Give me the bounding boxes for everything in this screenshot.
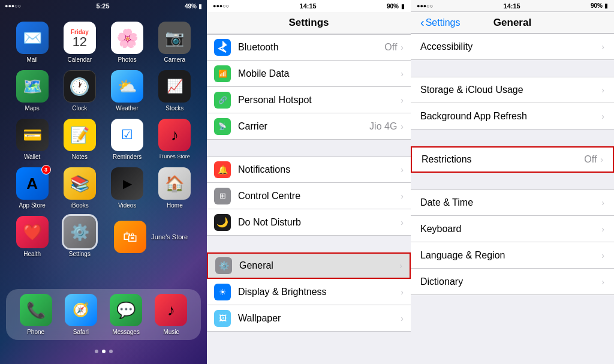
back-button[interactable]: ‹ Settings (420, 16, 460, 29)
settings-icon: ⚙️ (64, 216, 96, 248)
app-photos-label: Photos (118, 56, 137, 63)
background-refresh-label: Background App Refresh (420, 111, 601, 122)
app-mail-label: Mail (26, 56, 37, 63)
app-junes-store-label: June's Store (151, 233, 188, 240)
settings-item-display-brightness[interactable]: ☀ Display & Brightness › (207, 279, 411, 305)
back-chevron-icon: ‹ (420, 16, 425, 29)
app-notes[interactable]: 📝 Notes (58, 119, 101, 160)
general-separator-2 (411, 130, 614, 146)
settings-item-mobile-data[interactable]: 📶 Mobile Data › (207, 61, 411, 87)
general-item-accessibility[interactable]: Accessibility › (411, 34, 614, 60)
general-chevron: › (399, 261, 402, 270)
settings-panel: ●●●○○ 14:15 90% ▮ Settings Bluetooth Off… (207, 0, 411, 364)
general-item-language-region[interactable]: Language & Region › (411, 242, 614, 269)
general-item-storage-icloud[interactable]: Storage & iCloud Usage › (411, 77, 614, 103)
general-item-restrictions[interactable]: Restrictions Off › (411, 146, 614, 173)
weather-icon: ⛅ (111, 70, 143, 103)
settings-battery-icon: ▮ (401, 3, 405, 10)
app-health-label: Health (23, 251, 41, 257)
settings-separator-2 (207, 236, 411, 252)
dock-messages-label: Messages (112, 329, 140, 335)
safari-icon: 🧭 (65, 294, 97, 326)
general-item-date-time[interactable]: Date & Time › (411, 189, 614, 216)
app-itunes[interactable]: ♪ iTunes Store (154, 119, 196, 160)
display-brightness-icon: ☀ (214, 284, 231, 300)
app-wallet[interactable]: 💳 Wallet (11, 119, 53, 160)
clock-icon: 🕐 (64, 70, 96, 103)
app-reminders-label: Reminders (113, 154, 142, 160)
dock-music[interactable]: ♪ Music (155, 294, 187, 335)
app-clock-label: Clock (72, 105, 87, 112)
app-maps[interactable]: 🗺️ Maps (11, 70, 53, 112)
app-health[interactable]: ❤️ Health (11, 216, 53, 257)
display-brightness-label: Display & Brightness (238, 287, 401, 297)
home-app-icon: 🏠 (158, 167, 191, 200)
dock-safari[interactable]: 🧭 Safari (65, 294, 97, 335)
general-item-dictionary[interactable]: Dictionary › (411, 269, 614, 295)
reminders-icon: ☑ (111, 119, 143, 151)
keyboard-label: Keyboard (420, 224, 601, 234)
notifications-label: Notifications (238, 164, 401, 175)
storage-icloud-label: Storage & iCloud Usage (420, 85, 601, 95)
app-reminders[interactable]: ☑ Reminders (106, 119, 149, 160)
app-mail[interactable]: ✉️ Mail (11, 22, 53, 63)
page-dots (0, 350, 207, 353)
dock-messages[interactable]: 💬 Messages (110, 294, 142, 335)
app-videos[interactable]: ▶ Videos (106, 167, 149, 209)
app-camera[interactable]: 📷 Camera (154, 22, 196, 63)
camera-icon: 📷 (158, 22, 191, 54)
app-ibooks[interactable]: 📚 iBooks (58, 167, 101, 209)
settings-item-bluetooth[interactable]: Bluetooth Off › (207, 34, 411, 61)
settings-section-system: 🔔 Notifications › ⊞ Control Centre › 🌙 D… (207, 157, 411, 236)
settings-item-personal-hotspot[interactable]: 🔗 Personal Hotspot › (207, 87, 411, 113)
storage-icloud-chevron: › (601, 85, 604, 95)
dock-music-label: Music (163, 329, 179, 335)
settings-status-bar: ●●●○○ 14:15 90% ▮ (207, 0, 411, 12)
do-not-disturb-icon: 🌙 (214, 214, 231, 231)
app-calendar[interactable]: Friday 12 Calendar (58, 22, 101, 63)
app-clock[interactable]: 🕐 Clock (58, 70, 101, 112)
settings-item-carrier[interactable]: 📡 Carrier Jio 4G › (207, 113, 411, 140)
settings-item-wallpaper[interactable]: 🖼 Wallpaper › (207, 305, 411, 332)
general-section-2: Storage & iCloud Usage › Background App … (411, 77, 614, 130)
accessibility-label: Accessibility (420, 41, 601, 52)
settings-header: Settings (207, 12, 411, 34)
general-battery-pct: 90% (591, 2, 603, 9)
apps-grid: ✉️ Mail Friday 12 Calendar 🌸 Photos 📷 Ca… (0, 17, 207, 262)
settings-item-general[interactable]: ⚙️ General › (207, 252, 411, 279)
app-appstore[interactable]: A 3 App Store (11, 167, 53, 209)
app-stocks[interactable]: 📈 Stocks (154, 70, 196, 112)
notifications-chevron: › (401, 165, 404, 175)
dock-safari-label: Safari (73, 329, 89, 335)
general-item-background-refresh[interactable]: Background App Refresh › (411, 103, 614, 130)
wallpaper-chevron: › (401, 314, 404, 323)
personal-hotspot-chevron: › (401, 95, 404, 105)
general-separator-1 (411, 60, 614, 77)
app-settings[interactable]: ⚙️ Settings (58, 216, 101, 257)
app-junes-store[interactable]: 🛍 June's Store (106, 216, 197, 257)
general-icon: ⚙️ (215, 257, 232, 274)
general-label: General (239, 260, 399, 271)
app-home[interactable]: 🏠 Home (154, 167, 196, 209)
page-dot-2 (102, 350, 106, 353)
mobile-data-label: Mobile Data (238, 68, 401, 79)
general-section-1: Accessibility › (411, 34, 614, 60)
general-item-keyboard[interactable]: Keyboard › (411, 216, 614, 242)
app-weather-label: Weather (116, 105, 139, 112)
back-label: Settings (426, 17, 460, 28)
messages-icon: 💬 (110, 294, 142, 326)
home-battery: 49% ▮ (185, 3, 202, 10)
general-time: 14:15 (433, 2, 591, 10)
app-photos[interactable]: 🌸 Photos (106, 22, 149, 63)
dock-phone[interactable]: 📞 Phone (20, 294, 52, 335)
settings-item-do-not-disturb[interactable]: 🌙 Do Not Disturb › (207, 209, 411, 236)
settings-item-control-centre[interactable]: ⊞ Control Centre › (207, 183, 411, 209)
restrictions-chevron: › (600, 155, 603, 164)
general-title: General (493, 17, 531, 29)
carrier-icon: 📡 (214, 118, 231, 135)
appstore-badge: 3 (41, 165, 51, 175)
app-weather[interactable]: ⛅ Weather (106, 70, 149, 112)
page-dot-1 (95, 350, 98, 353)
app-stocks-label: Stocks (165, 105, 183, 112)
settings-item-notifications[interactable]: 🔔 Notifications › (207, 157, 411, 183)
